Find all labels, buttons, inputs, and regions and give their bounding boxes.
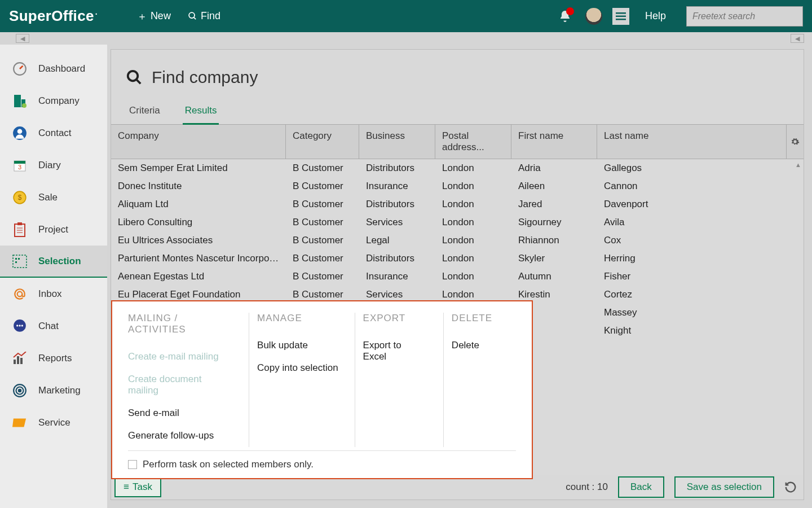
app-logo: SuperOffice. <box>9 7 98 25</box>
sidebar: Dashboard Company Contact 3 Diary $ Sale… <box>0 45 107 508</box>
task-menu-item: Create e-mail mailing <box>128 345 233 368</box>
task-menu-item[interactable]: Delete <box>452 334 492 357</box>
sidebar-label: Inbox <box>38 288 62 300</box>
sidebar-item-sale[interactable]: $ Sale <box>0 181 107 213</box>
table-row[interactable]: Sem Semper Erat LimitedB CustomerDistrib… <box>111 159 804 177</box>
svg-rect-23 <box>13 255 27 268</box>
table-row[interactable]: Aliquam LtdB CustomerDistributorsLondonJ… <box>111 195 804 213</box>
tabs: Criteria Results <box>111 99 804 125</box>
sidebar-label: Selection <box>38 256 81 267</box>
page-title: Find company <box>152 68 258 87</box>
svg-point-10 <box>22 103 27 108</box>
svg-point-31 <box>21 325 23 326</box>
column-settings-button[interactable] <box>787 125 804 159</box>
help-link[interactable]: Help <box>645 10 666 22</box>
find-button[interactable]: Find <box>188 10 220 22</box>
col-business[interactable]: Business <box>359 125 435 159</box>
notification-dot <box>566 7 574 15</box>
task-menu-item[interactable]: Send e-mail <box>128 402 233 424</box>
sidebar-item-reports[interactable]: Reports <box>0 342 107 374</box>
sidebar-item-diary[interactable]: 3 Diary <box>0 149 107 181</box>
svg-point-29 <box>16 325 18 326</box>
col-lastname[interactable]: Last name <box>597 125 787 159</box>
sidebar-label: Dashboard <box>38 63 85 75</box>
svg-point-12 <box>17 129 23 134</box>
svg-line-39 <box>136 80 141 84</box>
collapse-sidebar-button[interactable]: ◀ <box>16 34 29 43</box>
table-row[interactable]: Parturient Montes Nascetur IncorporatedB… <box>111 249 804 268</box>
task-menu-item[interactable]: Export to Excel <box>363 334 427 368</box>
collapse-panel-button[interactable]: ◀ <box>791 34 804 43</box>
notifications-button[interactable] <box>558 10 572 23</box>
plus-icon: ＋ <box>137 10 147 23</box>
search-icon <box>188 11 197 21</box>
chart-icon <box>12 351 27 366</box>
sidebar-label: Diary <box>38 160 61 171</box>
refresh-button[interactable] <box>784 481 797 493</box>
sidebar-item-project[interactable]: Project <box>0 213 107 246</box>
popup-section-title: MANAGE <box>257 313 339 324</box>
task-menu-item[interactable]: Bulk update <box>257 334 339 357</box>
table-row[interactable]: Libero ConsultingB CustomerServicesLondo… <box>111 213 804 231</box>
sidebar-item-marketing[interactable]: Marketing <box>0 374 107 406</box>
task-menu-item[interactable]: Copy into selection <box>257 357 339 379</box>
chat-icon <box>12 319 27 334</box>
avatar[interactable] <box>585 8 602 25</box>
selection-icon <box>12 254 27 269</box>
selected-only-checkbox[interactable] <box>128 460 137 469</box>
sidebar-item-service[interactable]: Service <box>0 406 107 439</box>
gauge-icon <box>12 62 27 76</box>
sidebar-item-company[interactable]: Company <box>0 85 107 117</box>
clipboard-icon <box>12 222 27 237</box>
svg-point-27 <box>17 291 23 296</box>
tab-results[interactable]: Results <box>183 99 219 125</box>
sidebar-item-selection[interactable]: Selection <box>0 246 107 278</box>
sidebar-item-inbox[interactable]: Inbox <box>0 278 107 310</box>
col-firstname[interactable]: First name <box>511 125 597 159</box>
table-row[interactable]: Donec InstituteB CustomerInsuranceLondon… <box>111 177 804 195</box>
sidebar-label: Service <box>38 417 70 428</box>
col-category[interactable]: Category <box>286 125 359 159</box>
sidebar-label: Project <box>38 224 68 235</box>
search-icon <box>126 69 143 86</box>
svg-point-30 <box>19 325 20 326</box>
sidebar-label: Contact <box>38 128 72 139</box>
sidebar-label: Company <box>38 95 80 107</box>
svg-rect-4 <box>616 19 626 20</box>
person-icon <box>12 126 27 141</box>
scroll-indicator: ▲ <box>795 161 801 168</box>
refresh-icon <box>784 481 797 493</box>
sidebar-label: Marketing <box>38 385 81 396</box>
sidebar-item-chat[interactable]: Chat <box>0 310 107 342</box>
gear-icon <box>791 137 800 146</box>
svg-point-38 <box>128 71 138 81</box>
search-input[interactable] <box>692 11 806 21</box>
table-row[interactable]: Eu Ultrices AssociatesB CustomerLegalLon… <box>111 231 804 249</box>
task-menu-item: Create document mailing <box>128 368 233 402</box>
svg-text:3: 3 <box>18 164 21 170</box>
col-postal[interactable]: Postal address... <box>435 125 511 159</box>
svg-rect-24 <box>15 258 17 260</box>
coin-icon: $ <box>12 190 27 205</box>
svg-rect-2 <box>616 12 626 14</box>
panel-header: Find company <box>111 50 804 99</box>
table-row[interactable]: Aenean Egestas LtdB CustomerInsuranceLon… <box>111 268 804 286</box>
tab-criteria[interactable]: Criteria <box>127 99 162 124</box>
task-menu-item[interactable]: Generate follow-ups <box>128 424 233 447</box>
back-button[interactable]: Back <box>618 476 664 498</box>
svg-rect-19 <box>17 222 22 225</box>
task-button[interactable]: ≡ Task <box>114 477 161 497</box>
main-menu-button[interactable] <box>612 8 629 25</box>
sidebar-label: Reports <box>38 353 72 364</box>
sidebar-item-dashboard[interactable]: Dashboard <box>0 52 107 85</box>
svg-rect-3 <box>616 15 626 17</box>
col-company[interactable]: Company <box>111 125 286 159</box>
save-selection-button[interactable]: Save as selection <box>674 476 774 498</box>
svg-rect-25 <box>18 258 20 260</box>
sidebar-item-contact[interactable]: Contact <box>0 117 107 149</box>
freetext-search[interactable] <box>686 6 803 27</box>
ticket-icon <box>12 415 27 430</box>
new-button[interactable]: ＋New <box>137 10 171 23</box>
result-count: count : 10 <box>566 481 608 493</box>
svg-text:$: $ <box>18 194 22 202</box>
